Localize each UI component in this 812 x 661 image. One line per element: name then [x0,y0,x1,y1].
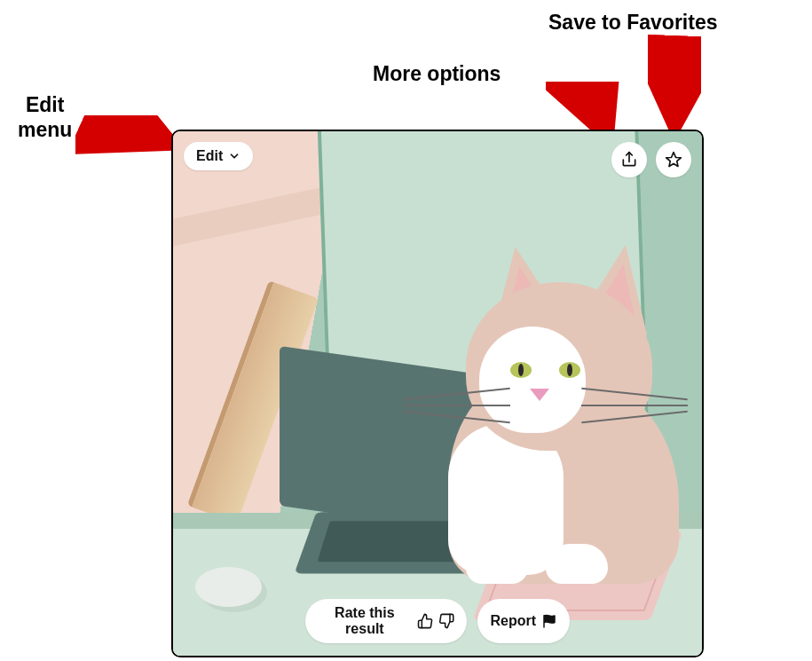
chevron-down-icon [228,150,240,162]
report-label: Report [490,613,536,629]
svg-marker-1 [666,153,682,167]
generated-image-card: Edit Rate this result [171,130,704,657]
rate-label: Rate this result [318,605,412,637]
thumbs-up-icon [417,612,433,630]
rate-result-button[interactable]: Rate this result [305,599,467,643]
favorite-button[interactable] [656,142,691,177]
share-icon [620,151,638,169]
edit-button-label: Edit [196,148,223,164]
report-button[interactable]: Report [477,599,570,643]
annotation-save-favorites: Save to Favorites [548,11,717,35]
star-icon [665,151,682,169]
edit-button[interactable]: Edit [184,142,253,170]
thumbs-down-icon [438,612,454,630]
flag-icon [541,613,557,629]
annotation-more-options: More options [373,62,501,87]
generated-image [173,131,702,656]
share-button[interactable] [611,142,647,177]
annotation-edit-menu: Edit menu [18,93,72,142]
